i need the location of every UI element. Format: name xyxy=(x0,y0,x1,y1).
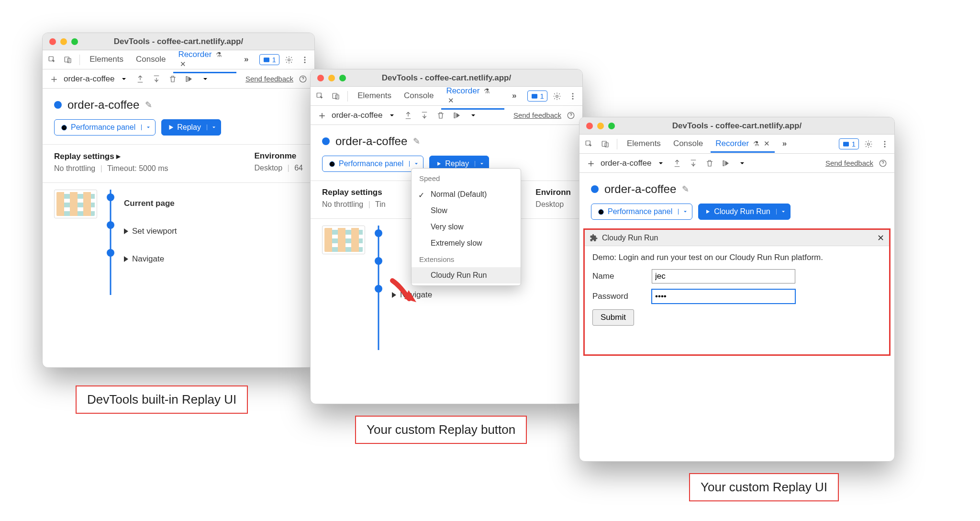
chevron-down-icon[interactable] xyxy=(385,109,399,122)
chevron-down-icon[interactable] xyxy=(199,72,212,86)
settings-icon[interactable] xyxy=(282,53,296,67)
help-icon[interactable] xyxy=(876,157,890,170)
help-icon[interactable] xyxy=(296,72,310,86)
chevron-down-icon[interactable] xyxy=(735,157,749,170)
replay-button[interactable]: Replay xyxy=(161,119,221,136)
tab-console[interactable]: Console xyxy=(399,87,438,105)
recording-name-dropdown[interactable]: order-a-coffee xyxy=(601,159,651,168)
help-icon[interactable] xyxy=(564,109,578,122)
maximize-window-icon[interactable] xyxy=(339,75,346,81)
tab-console[interactable]: Console xyxy=(668,135,708,153)
dropdown-item-cloudy-run-run[interactable]: Cloudy Run Run xyxy=(412,267,521,283)
replay-settings-header[interactable]: Replay settings ▸ xyxy=(54,151,168,161)
more-tabs[interactable]: » xyxy=(778,135,791,153)
chevron-down-icon[interactable] xyxy=(207,125,221,130)
kebab-icon[interactable] xyxy=(566,90,579,103)
more-tabs[interactable]: » xyxy=(507,87,521,105)
chevron-down-icon[interactable] xyxy=(117,72,131,86)
minimize-window-icon[interactable] xyxy=(328,75,335,81)
close-icon[interactable]: ✕ xyxy=(877,233,884,243)
tab-elements[interactable]: Elements xyxy=(353,87,396,105)
step-navigate[interactable]: Navigate xyxy=(124,245,303,273)
titlebar[interactable]: DevTools - coffee-cart.netlify.app/ xyxy=(43,33,314,50)
add-recording-button[interactable]: ＋ xyxy=(47,72,61,86)
tab-elements[interactable]: Elements xyxy=(622,135,666,153)
add-recording-button[interactable]: ＋ xyxy=(584,157,598,170)
close-window-icon[interactable] xyxy=(586,123,593,129)
maximize-window-icon[interactable] xyxy=(71,38,78,45)
issues-badge[interactable]: 1 xyxy=(259,54,279,65)
edit-icon[interactable]: ✎ xyxy=(413,136,420,147)
close-window-icon[interactable] xyxy=(49,38,56,45)
submit-button[interactable]: Submit xyxy=(592,309,634,326)
more-tabs[interactable]: » xyxy=(239,51,253,68)
titlebar[interactable]: DevTools - coffee-cart.netlify.app/ xyxy=(311,69,582,87)
export-icon[interactable] xyxy=(401,109,415,122)
inspect-icon[interactable] xyxy=(582,137,596,151)
kebab-icon[interactable] xyxy=(878,137,891,151)
replay-settings-header[interactable]: Replay settings xyxy=(322,188,386,197)
minimize-window-icon[interactable] xyxy=(597,123,604,129)
close-icon[interactable]: ✕ xyxy=(764,139,770,148)
device-toggle-icon[interactable] xyxy=(599,137,612,151)
step-icon[interactable] xyxy=(450,109,464,122)
dropdown-item-extremely-slow[interactable]: Extremely slow xyxy=(412,235,521,251)
performance-panel-button[interactable]: Performance panel xyxy=(54,119,156,136)
delete-icon[interactable] xyxy=(703,157,716,170)
export-icon[interactable] xyxy=(670,157,684,170)
dropdown-item-normal[interactable]: ✓ Normal (Default) xyxy=(412,186,521,203)
edit-icon[interactable]: ✎ xyxy=(682,184,689,194)
minimize-window-icon[interactable] xyxy=(60,38,67,45)
send-feedback-link[interactable]: Send feedback xyxy=(825,159,873,167)
maximize-window-icon[interactable] xyxy=(608,123,615,129)
settings-icon[interactable] xyxy=(550,90,564,103)
recording-title: order-a-coffee xyxy=(67,98,139,112)
chevron-down-icon[interactable] xyxy=(409,161,423,167)
send-feedback-link[interactable]: Send feedback xyxy=(513,111,561,119)
name-input[interactable] xyxy=(652,269,795,283)
kebab-icon[interactable] xyxy=(298,53,312,67)
device-toggle-icon[interactable] xyxy=(62,53,75,67)
step-icon[interactable] xyxy=(719,157,733,170)
step-set-viewport[interactable]: Set viewport xyxy=(124,217,303,245)
chevron-down-icon[interactable] xyxy=(141,125,155,130)
titlebar[interactable]: DevTools - coffee-cart.netlify.app/ xyxy=(579,117,894,135)
devtools-window-2: DevTools - coffee-cart.netlify.app/ Elem… xyxy=(310,69,583,404)
add-recording-button[interactable]: ＋ xyxy=(315,109,329,122)
dropdown-item-very-slow[interactable]: Very slow xyxy=(412,219,521,235)
recording-name-dropdown[interactable]: order-a-coffee xyxy=(64,74,114,84)
chevron-down-icon[interactable] xyxy=(475,161,489,167)
password-input[interactable] xyxy=(652,289,795,304)
export-icon[interactable] xyxy=(134,72,147,86)
recording-name-dropdown[interactable]: order-a-coffee xyxy=(332,111,382,120)
tab-elements[interactable]: Elements xyxy=(85,51,128,68)
step-icon[interactable] xyxy=(182,72,196,86)
chevron-down-icon[interactable] xyxy=(678,209,692,215)
settings-icon[interactable] xyxy=(862,137,875,151)
import-icon[interactable] xyxy=(418,109,431,122)
issues-badge[interactable]: 1 xyxy=(527,91,547,102)
import-icon[interactable] xyxy=(687,157,700,170)
tab-recorder[interactable]: Recorder ⚗ ✕ xyxy=(711,135,774,153)
dropdown-item-slow[interactable]: Slow xyxy=(412,203,521,219)
inspect-icon[interactable] xyxy=(45,53,59,67)
delete-icon[interactable] xyxy=(434,109,447,122)
import-icon[interactable] xyxy=(150,72,163,86)
performance-panel-button[interactable]: Performance panel xyxy=(591,204,692,220)
chevron-down-icon[interactable] xyxy=(776,209,790,215)
send-feedback-link[interactable]: Send feedback xyxy=(245,75,293,83)
chevron-down-icon[interactable] xyxy=(654,157,668,170)
close-icon[interactable]: ✕ xyxy=(448,96,454,105)
tab-console[interactable]: Console xyxy=(131,51,170,68)
inspect-icon[interactable] xyxy=(313,90,327,103)
issues-badge[interactable]: 1 xyxy=(839,138,859,149)
edit-icon[interactable]: ✎ xyxy=(145,100,152,110)
performance-panel-button[interactable]: Performance panel xyxy=(322,156,423,172)
close-window-icon[interactable] xyxy=(317,75,324,81)
delete-icon[interactable] xyxy=(166,72,179,86)
close-icon[interactable]: ✕ xyxy=(180,60,186,68)
custom-replay-button[interactable]: Cloudy Run Run xyxy=(698,204,790,220)
chevron-down-icon[interactable] xyxy=(467,109,480,122)
step-current-page[interactable]: Current page xyxy=(124,190,303,217)
device-toggle-icon[interactable] xyxy=(330,90,343,103)
